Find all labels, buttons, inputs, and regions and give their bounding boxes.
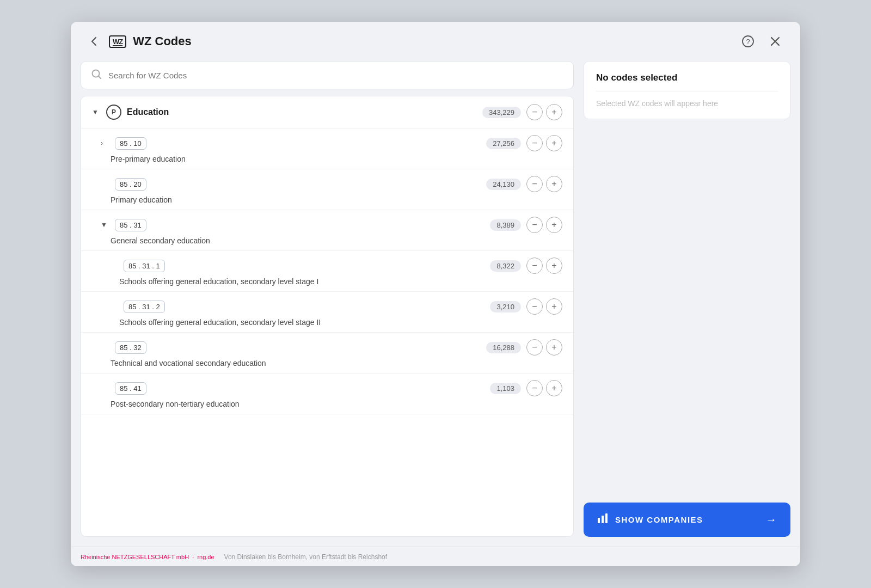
bottom-company1: Rheinische NETZGESELLSCHAFT mbH · rng.de [81, 554, 214, 560]
count-85-31-2: 3,210 [490, 301, 521, 313]
chevron-right-icon-85-10: › [101, 139, 109, 147]
code-tag-85-20: 85 . 20 [115, 178, 146, 191]
selected-panel: No codes selected Selected WZ codes will… [584, 61, 790, 119]
code-tag-85-31-2: 85 . 31 . 2 [124, 301, 165, 313]
category-badge: P [106, 105, 121, 120]
modal-header: WZ WZ Codes ? [71, 22, 800, 61]
wz-logo: WZ [109, 35, 126, 48]
count-85-31: 8,389 [490, 219, 521, 231]
plus-btn-85-31-1[interactable]: + [546, 258, 562, 274]
minus-btn-85-20[interactable]: − [526, 176, 543, 192]
education-title: Education [127, 107, 477, 117]
plus-btn-85-41[interactable]: + [546, 380, 562, 396]
code-row-85-32: › 85 . 32 16,288 − + [81, 333, 573, 358]
code-tag-85-41: 85 . 41 [115, 382, 146, 395]
minus-btn-85-31-1[interactable]: − [526, 258, 543, 274]
education-minus-button[interactable]: − [526, 104, 543, 120]
selected-divider [596, 91, 778, 91]
code-row-85-31-2: › 85 . 31 . 2 3,210 − + [81, 292, 573, 317]
count-85-20: 24,130 [486, 179, 521, 190]
label-85-41: Post-secondary non-tertiary education [81, 399, 573, 414]
code-tag-85-10: 85 . 10 [115, 137, 146, 150]
education-plus-button[interactable]: + [546, 104, 562, 120]
svg-line-5 [99, 76, 101, 78]
svg-rect-7 [602, 516, 604, 523]
action-btns-85-41: − + [526, 380, 562, 396]
code-row-85-41: › 85 . 41 1,103 − + [81, 373, 573, 399]
modal-title: WZ Codes [133, 34, 732, 48]
label-85-31-2: Schools offering general education, seco… [81, 317, 573, 333]
search-bar [81, 61, 574, 89]
code-tag-85-32: 85 . 32 [115, 341, 146, 354]
codes-list: ▼ P Education 343,229 − + › 85 . 10 27,2… [81, 96, 574, 537]
btn-left: SHOW COMPANIES [597, 512, 703, 527]
count-85-32: 16,288 [486, 342, 521, 353]
close-button[interactable] [765, 32, 785, 51]
bottom-company2: Von Dinslaken bis Bornheim, von Erftstad… [224, 553, 387, 561]
education-count: 343,229 [482, 107, 521, 118]
minus-btn-85-31[interactable]: − [526, 217, 543, 233]
show-companies-label: SHOW COMPANIES [615, 515, 703, 524]
action-btns-85-31-1: − + [526, 258, 562, 274]
minus-btn-85-31-2[interactable]: − [526, 298, 543, 315]
right-panel: No codes selected Selected WZ codes will… [584, 61, 790, 537]
svg-text:?: ? [746, 38, 750, 46]
action-btns-85-20: − + [526, 176, 562, 192]
modal-body: ▼ P Education 343,229 − + › 85 . 10 27,2… [71, 61, 800, 547]
label-85-31-1: Schools offering general education, seco… [81, 276, 573, 292]
minus-btn-85-41[interactable]: − [526, 380, 543, 396]
code-row-85-10: › 85 . 10 27,256 − + [81, 128, 573, 154]
bottom-bar: Rheinische NETZGESELLSCHAFT mbH · rng.de… [71, 547, 800, 566]
action-btns-85-31-2: − + [526, 298, 562, 315]
code-row-85-20: › 85 . 20 24,130 − + [81, 169, 573, 194]
code-tag-85-31: 85 . 31 [115, 219, 146, 231]
plus-btn-85-31-2[interactable]: + [546, 298, 562, 315]
education-action-btns: − + [526, 104, 562, 120]
plus-btn-85-31[interactable]: + [546, 217, 562, 233]
svg-rect-6 [598, 518, 600, 523]
count-85-41: 1,103 [490, 383, 521, 394]
selected-title: No codes selected [596, 72, 778, 83]
modal-overlay: WZ WZ Codes ? [71, 22, 800, 566]
back-button[interactable] [86, 33, 102, 50]
show-companies-button[interactable]: SHOW COMPANIES → [584, 503, 790, 537]
label-85-32: Technical and vocational secondary educa… [81, 358, 573, 373]
action-btns-85-31: − + [526, 217, 562, 233]
code-row-85-31: ▼ 85 . 31 8,389 − + [81, 210, 573, 235]
label-85-10: Pre-primary education [81, 154, 573, 169]
left-panel: ▼ P Education 343,229 − + › 85 . 10 27,2… [81, 61, 574, 537]
plus-btn-85-10[interactable]: + [546, 135, 562, 151]
search-icon [91, 69, 102, 82]
help-button[interactable]: ? [738, 32, 758, 51]
selected-placeholder: Selected WZ codes will appear here [596, 99, 778, 108]
plus-btn-85-32[interactable]: + [546, 339, 562, 356]
arrow-right-icon: → [766, 513, 778, 526]
search-input[interactable] [108, 71, 563, 80]
svg-rect-8 [605, 513, 608, 523]
education-section-header[interactable]: ▼ P Education 343,229 − + [81, 96, 573, 128]
plus-btn-85-20[interactable]: + [546, 176, 562, 192]
label-85-20: Primary education [81, 194, 573, 210]
chevron-down-icon: ▼ [92, 108, 101, 116]
action-btns-85-10: − + [526, 135, 562, 151]
label-85-31: General secondary education [81, 235, 573, 251]
header-actions: ? [738, 32, 785, 51]
action-btns-85-32: − + [526, 339, 562, 356]
count-85-31-1: 8,322 [490, 260, 521, 272]
code-tag-85-31-1: 85 . 31 . 1 [124, 260, 165, 272]
bar-chart-icon [597, 512, 609, 527]
minus-btn-85-32[interactable]: − [526, 339, 543, 356]
minus-btn-85-10[interactable]: − [526, 135, 543, 151]
code-row-85-31-1: › 85 . 31 . 1 8,322 − + [81, 251, 573, 276]
chevron-down-icon-85-31: ▼ [101, 221, 109, 229]
count-85-10: 27,256 [486, 138, 521, 149]
